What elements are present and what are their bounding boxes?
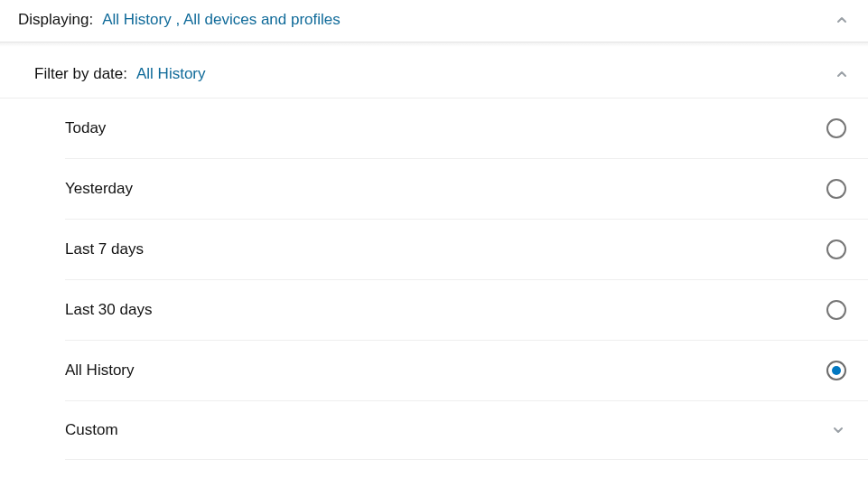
displaying-header-row[interactable]: Displaying: All History , All devices an… (0, 0, 868, 42)
radio-icon[interactable] (826, 118, 846, 138)
filter-by-date-row[interactable]: Filter by date: All History (0, 47, 868, 99)
option-label: Last 7 days (65, 240, 144, 258)
option-yesterday[interactable]: Yesterday (65, 159, 868, 220)
displaying-header-text-group: Displaying: All History , All devices an… (18, 11, 341, 29)
option-label: Yesterday (65, 180, 133, 198)
radio-icon[interactable] (826, 179, 846, 199)
displaying-label: Displaying: (18, 11, 93, 29)
option-custom[interactable]: Custom (65, 401, 868, 460)
filter-value: All History (136, 65, 206, 83)
radio-icon[interactable] (826, 239, 846, 259)
option-label: Last 30 days (65, 301, 152, 319)
option-all-history[interactable]: All History (65, 341, 868, 401)
chevron-up-icon[interactable] (834, 12, 850, 28)
chevron-up-icon[interactable] (834, 66, 850, 82)
date-option-list: Today Yesterday Last 7 days Last 30 days… (0, 99, 868, 460)
radio-icon-selected[interactable] (826, 361, 846, 380)
option-label: All History (65, 361, 135, 380)
option-last-7-days[interactable]: Last 7 days (65, 220, 868, 280)
radio-dot (832, 366, 841, 375)
chevron-down-icon[interactable] (830, 422, 846, 438)
option-today[interactable]: Today (65, 99, 868, 159)
filter-label: Filter by date: (34, 65, 127, 83)
option-label: Today (65, 119, 106, 137)
displaying-value: All History , All devices and profiles (102, 11, 341, 29)
option-last-30-days[interactable]: Last 30 days (65, 280, 868, 341)
option-label: Custom (65, 421, 118, 439)
filter-text-group: Filter by date: All History (34, 65, 206, 83)
radio-icon[interactable] (826, 300, 846, 320)
